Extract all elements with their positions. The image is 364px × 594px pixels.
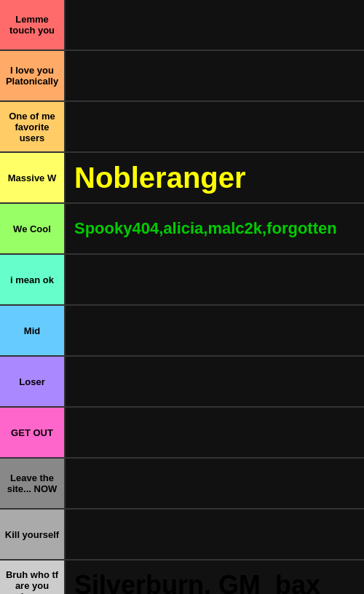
tier-row-bruh: Bruh who tf are you lmaoSilverburn, GM_b…	[0, 561, 364, 594]
tier-content-kill-yourself	[64, 510, 364, 559]
tier-row-loser: Loser	[0, 357, 364, 408]
tier-row-favorite-users: One of me favorite users	[0, 102, 364, 153]
tier-row-i-mean-ok: i mean ok	[0, 255, 364, 306]
tier-list: Lemme touch youI love you PlatonicallyOn…	[0, 0, 364, 594]
tier-label-loser: Loser	[0, 357, 64, 406]
tier-row-mid: Mid	[0, 306, 364, 357]
tier-content-text-we-cool: Spooky404,alicia,malc2k,forgotten	[74, 219, 337, 238]
tier-content-get-out	[64, 408, 364, 457]
tier-row-leave-site: Leave the site... NOW	[0, 459, 364, 510]
tier-label-leave-site: Leave the site... NOW	[0, 459, 64, 508]
tier-content-favorite-users	[64, 102, 364, 151]
tier-label-massive-w: Massive W	[0, 153, 64, 202]
tier-row-we-cool: We CoolSpooky404,alicia,malc2k,forgotten	[0, 204, 364, 255]
tier-label-i-love-you: I love you Platonically	[0, 51, 64, 100]
tier-content-i-mean-ok	[64, 255, 364, 304]
tier-label-favorite-users: One of me favorite users	[0, 102, 64, 151]
tier-row-get-out: GET OUT	[0, 408, 364, 459]
tier-label-lemme-touch: Lemme touch you	[0, 0, 64, 50]
tier-content-we-cool: Spooky404,alicia,malc2k,forgotten	[64, 204, 364, 253]
tier-row-massive-w: Massive WNobleranger	[0, 153, 364, 204]
tier-content-lemme-touch	[64, 0, 364, 50]
tier-row-i-love-you: I love you Platonically	[0, 51, 364, 102]
tier-content-loser	[64, 357, 364, 406]
tier-row-lemme-touch: Lemme touch you	[0, 0, 364, 51]
tier-content-bruh: Silverburn, GM_baximgflip.com	[64, 561, 364, 594]
tier-label-i-mean-ok: i mean ok	[0, 255, 64, 304]
tier-label-kill-yourself: Kill yourself	[0, 510, 64, 559]
tier-content-massive-w: Nobleranger	[64, 153, 364, 202]
tier-content-text-massive-w: Nobleranger	[74, 162, 246, 194]
tier-row-kill-yourself: Kill yourself	[0, 510, 364, 561]
tier-label-we-cool: We Cool	[0, 204, 64, 253]
tier-content-text-bruh: Silverburn, GM_bax	[74, 570, 320, 594]
tier-content-i-love-you	[64, 51, 364, 100]
tier-label-mid: Mid	[0, 306, 64, 355]
tier-label-bruh: Bruh who tf are you lmao	[0, 561, 64, 594]
tier-content-mid	[64, 306, 364, 355]
tier-content-leave-site	[64, 459, 364, 508]
tier-label-get-out: GET OUT	[0, 408, 64, 457]
